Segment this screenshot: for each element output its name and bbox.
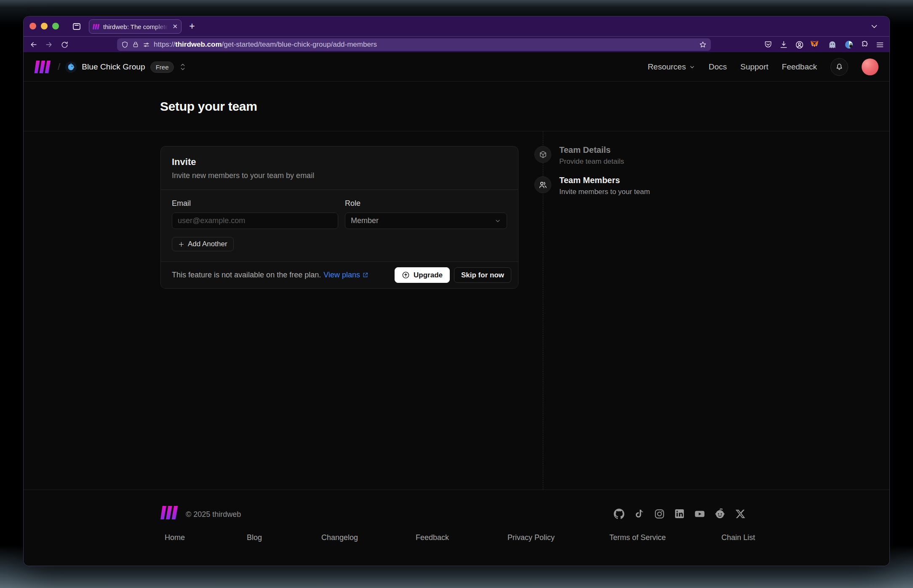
chevron-down-icon: [494, 218, 501, 224]
invite-card-title: Invite: [172, 157, 507, 168]
permissions-icon[interactable]: [143, 41, 150, 48]
step-team-details: Team Details Provide team details: [559, 145, 624, 166]
new-tab-button[interactable]: +: [186, 20, 198, 32]
add-another-button[interactable]: Add Another: [172, 237, 234, 251]
step-team-members: Team Members Invite members to your team: [559, 176, 650, 196]
page-title: Setup your team: [160, 99, 257, 114]
screenshot-stage: thirdweb: The complete web3 de ✕ +: [0, 0, 913, 588]
nav-docs[interactable]: Docs: [709, 62, 727, 72]
social-links: [613, 508, 746, 519]
copyright-text: © 2025 thirdweb: [186, 510, 241, 519]
external-link-icon: [362, 272, 368, 278]
plus-icon: [178, 241, 184, 247]
site-header: / Blue Chick Group Free: [24, 52, 889, 82]
bookmark-star-icon[interactable]: [699, 41, 707, 48]
x-icon[interactable]: [734, 508, 746, 519]
thirdweb-logo-icon[interactable]: [34, 61, 53, 73]
browser-window: thirdweb: The complete web3 de ✕ +: [23, 16, 890, 566]
instagram-icon[interactable]: [654, 508, 665, 519]
privacy-extension-icon[interactable]: [844, 40, 854, 50]
upgrade-button[interactable]: Upgrade: [395, 267, 450, 283]
nav-feedback[interactable]: Feedback: [782, 62, 817, 72]
footer-link-feedback[interactable]: Feedback: [416, 533, 449, 542]
team-switcher-chevrons-icon[interactable]: [179, 62, 187, 72]
step-team-details-circle: [534, 146, 551, 163]
downloads-icon[interactable]: [779, 40, 789, 50]
reload-button[interactable]: [60, 40, 69, 49]
role-label: Role: [345, 199, 507, 208]
email-placeholder: user@example.com: [178, 216, 245, 225]
footer-link-chain-list[interactable]: Chain List: [721, 533, 755, 542]
phantom-extension-icon[interactable]: [827, 40, 837, 50]
browser-url-toolbar: https://thirdweb.com/get-started/team/bl…: [24, 36, 889, 52]
connection-lock-icon[interactable]: [132, 41, 139, 48]
footer-link-privacy-policy[interactable]: Privacy Policy: [507, 533, 555, 542]
tiktok-icon[interactable]: [633, 508, 645, 519]
firefox-view-icon[interactable]: [71, 21, 83, 32]
footer-link-changelog[interactable]: Changelog: [321, 533, 358, 542]
tab-close-icon[interactable]: ✕: [172, 23, 178, 30]
email-label: Email: [172, 199, 338, 208]
chevron-down-icon: [689, 64, 695, 70]
invite-card-subtitle: Invite new members to your team by email: [172, 171, 507, 180]
account-icon[interactable]: [794, 40, 804, 50]
window-zoom-button[interactable]: [52, 23, 59, 29]
reddit-icon[interactable]: [714, 508, 726, 519]
free-plan-note: This feature is not available on the fre…: [172, 271, 368, 279]
window-close-button[interactable]: [29, 23, 36, 29]
youtube-icon[interactable]: [694, 508, 705, 519]
role-selected-value: Member: [351, 216, 494, 225]
pocket-save-icon[interactable]: [763, 40, 773, 50]
email-field[interactable]: user@example.com: [172, 213, 338, 229]
footer-link-blog[interactable]: Blog: [247, 533, 262, 542]
team-name[interactable]: Blue Chick Group: [82, 62, 145, 72]
arrow-up-circle-icon: [402, 271, 410, 279]
forward-button[interactable]: [44, 40, 53, 49]
view-plans-link[interactable]: View plans: [323, 271, 368, 279]
footer-link-home[interactable]: Home: [165, 533, 185, 542]
url-address-field[interactable]: https://thirdweb.com/get-started/team/bl…: [117, 38, 711, 51]
cube-icon: [539, 150, 547, 159]
footer-link-terms-of-service[interactable]: Terms of Service: [609, 533, 666, 542]
thirdweb-footer-logo-icon[interactable]: [160, 506, 180, 521]
skip-for-now-button[interactable]: Skip for now: [454, 267, 511, 283]
tab-favicon-thirdweb-icon: [93, 24, 100, 29]
extensions-puzzle-icon[interactable]: [860, 40, 870, 50]
tracking-protection-shield-icon[interactable]: [121, 41, 128, 48]
user-avatar[interactable]: [862, 59, 878, 75]
users-icon: [538, 180, 547, 189]
page-title-section: Setup your team: [24, 82, 889, 131]
menu-hamburger-icon[interactable]: [875, 40, 885, 50]
browser-tab[interactable]: thirdweb: The complete web3 de ✕: [89, 19, 182, 34]
plan-badge: Free: [150, 61, 174, 73]
site-footer: © 2025 thirdweb: [24, 490, 889, 566]
step-team-members-circle: [534, 176, 551, 193]
window-minimize-button[interactable]: [41, 23, 48, 29]
breadcrumb-slash: /: [58, 61, 60, 72]
metamask-extension-icon[interactable]: [809, 40, 820, 50]
role-select[interactable]: Member: [345, 213, 507, 229]
back-button[interactable]: [29, 40, 38, 49]
tab-title: thirdweb: The complete web3 de: [103, 23, 169, 30]
invite-card: Invite Invite new members to your team b…: [160, 146, 518, 289]
browser-tab-bar: thirdweb: The complete web3 de ✕ +: [24, 16, 889, 36]
nav-support[interactable]: Support: [740, 62, 769, 72]
team-avatar-chick-icon: [65, 61, 77, 73]
notifications-bell-icon[interactable]: [830, 58, 848, 76]
url-text: https://thirdweb.com/get-started/team/bl…: [154, 40, 695, 49]
nav-resources[interactable]: Resources: [648, 62, 695, 72]
github-icon[interactable]: [613, 508, 625, 519]
tab-overflow-chevron-icon[interactable]: [868, 21, 880, 32]
linkedin-icon[interactable]: [674, 508, 685, 519]
